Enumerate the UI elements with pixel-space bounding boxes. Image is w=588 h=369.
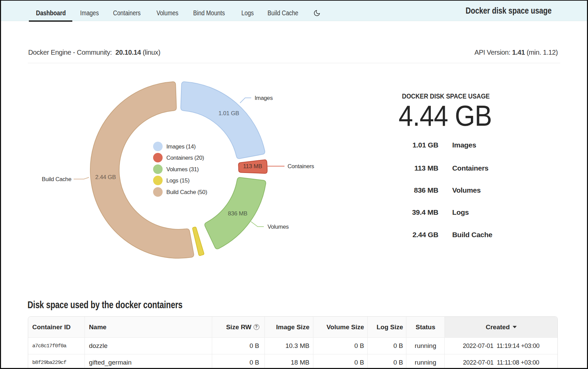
svg-text:Containers (20): Containers (20) [166,155,204,161]
svg-text:Logs (15): Logs (15) [166,177,189,184]
svg-text:Build Cache: Build Cache [42,176,71,182]
svg-text:Containers: Containers [288,163,314,170]
svg-text:Build Cache (50): Build Cache (50) [166,189,207,195]
svg-text:Volumes (31): Volumes (31) [166,166,199,173]
svg-text:Images (14): Images (14) [166,143,196,150]
svg-text:836 MB: 836 MB [228,210,247,217]
svg-text:Volumes: Volumes [268,224,289,230]
svg-text:1.01 GB: 1.01 GB [219,110,239,117]
svg-text:2.44 GB: 2.44 GB [95,174,116,180]
svg-text:Images: Images [255,95,273,101]
svg-text:113 MB: 113 MB [243,163,262,170]
